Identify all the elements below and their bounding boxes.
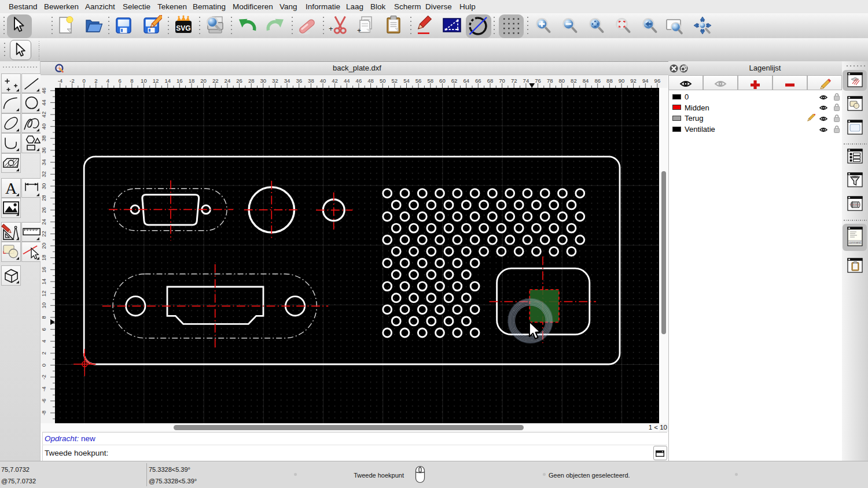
- svg-text:-2: -2: [69, 77, 74, 84]
- svg-text:30: 30: [260, 77, 267, 84]
- svg-text:12: 12: [153, 77, 159, 84]
- svg-text:6: 6: [118, 77, 121, 84]
- svg-text:64: 64: [463, 77, 469, 84]
- svg-text:32: 32: [272, 77, 278, 84]
- svg-text:-4: -4: [41, 387, 47, 391]
- svg-text:24: 24: [41, 219, 47, 225]
- svg-text:36: 36: [41, 147, 47, 154]
- svg-text:46: 46: [356, 77, 362, 84]
- svg-text:68: 68: [487, 77, 494, 84]
- svg-text:44: 44: [41, 99, 47, 106]
- svg-text:2: 2: [94, 77, 97, 84]
- svg-text:62: 62: [451, 77, 458, 84]
- svg-text:76: 76: [535, 77, 541, 84]
- svg-text:14: 14: [41, 279, 47, 285]
- svg-text:-6: -6: [41, 398, 47, 403]
- svg-text:+: +: [329, 24, 333, 33]
- svg-text:38: 38: [308, 77, 314, 84]
- svg-text:-8: -8: [41, 411, 47, 415]
- svg-text:56: 56: [415, 77, 422, 84]
- svg-text:44: 44: [344, 77, 350, 84]
- svg-text:48: 48: [367, 77, 374, 84]
- svg-text:40: 40: [41, 123, 47, 130]
- svg-text:94: 94: [642, 77, 649, 84]
- svg-text:70: 70: [499, 77, 505, 84]
- svg-text:0: 0: [83, 77, 86, 84]
- svg-text:88: 88: [606, 77, 613, 84]
- svg-text:30: 30: [41, 183, 47, 190]
- svg-text:14: 14: [164, 77, 171, 84]
- svg-text:46: 46: [41, 88, 47, 94]
- svg-text:22: 22: [212, 77, 219, 84]
- svg-text:12: 12: [41, 290, 47, 297]
- svg-text:66: 66: [475, 77, 481, 84]
- svg-text:SVG: SVG: [176, 24, 190, 32]
- svg-text:+: +: [357, 27, 361, 35]
- svg-text:-4: -4: [58, 77, 62, 84]
- svg-text:80: 80: [559, 77, 565, 84]
- svg-text:8: 8: [41, 316, 47, 319]
- svg-text:8: 8: [130, 77, 133, 84]
- svg-text:52: 52: [392, 77, 398, 84]
- svg-text:4: 4: [41, 340, 47, 343]
- svg-text:82: 82: [571, 77, 577, 84]
- svg-text:72: 72: [511, 77, 517, 84]
- svg-text:A: A: [5, 179, 17, 197]
- svg-text:10: 10: [141, 77, 147, 84]
- svg-text:2: 2: [41, 352, 47, 354]
- svg-text:18: 18: [41, 254, 47, 261]
- svg-text:28: 28: [41, 195, 47, 201]
- svg-text:86: 86: [594, 77, 601, 84]
- svg-text:90: 90: [619, 77, 625, 84]
- svg-text:0: 0: [41, 364, 47, 367]
- svg-text:96: 96: [654, 77, 661, 84]
- svg-text:38: 38: [41, 135, 47, 142]
- svg-text:20: 20: [41, 243, 47, 249]
- svg-text:16: 16: [176, 77, 183, 84]
- svg-text:6: 6: [41, 328, 47, 331]
- svg-text:32: 32: [41, 171, 47, 178]
- svg-text:78: 78: [547, 77, 553, 84]
- svg-text:command: command: [849, 241, 861, 244]
- svg-text:34: 34: [284, 77, 290, 84]
- svg-text:16: 16: [41, 267, 47, 273]
- svg-text:60: 60: [439, 77, 446, 84]
- svg-text:54: 54: [403, 77, 410, 84]
- svg-text:42: 42: [332, 77, 338, 84]
- svg-text:36: 36: [296, 77, 302, 84]
- svg-text:26: 26: [41, 207, 47, 213]
- svg-text:4: 4: [106, 77, 109, 84]
- svg-text:42: 42: [41, 112, 47, 118]
- svg-text:34: 34: [41, 159, 47, 165]
- svg-text:10: 10: [41, 302, 47, 309]
- svg-text:24: 24: [225, 77, 231, 84]
- svg-text:28: 28: [248, 77, 255, 84]
- svg-text:40: 40: [320, 77, 326, 84]
- svg-text:18: 18: [189, 77, 195, 84]
- svg-text:74: 74: [523, 77, 529, 84]
- svg-text:20: 20: [200, 77, 207, 84]
- svg-text:22: 22: [41, 231, 47, 237]
- svg-text:58: 58: [428, 77, 434, 84]
- svg-text:92: 92: [630, 77, 637, 84]
- svg-text:26: 26: [236, 77, 242, 84]
- svg-text:-2: -2: [41, 375, 47, 379]
- svg-text:84: 84: [583, 77, 589, 84]
- svg-text:50: 50: [380, 77, 386, 84]
